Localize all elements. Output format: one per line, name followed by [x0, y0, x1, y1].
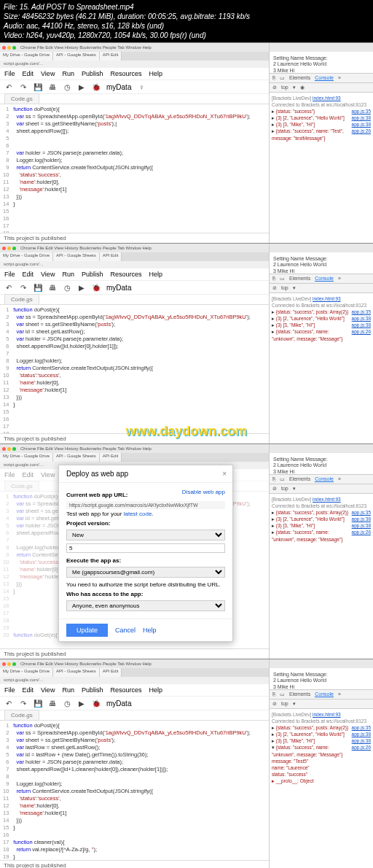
- menu-item[interactable]: View: [41, 70, 55, 77]
- address-bar[interactable]: script.google.com/…: [0, 261, 269, 268]
- close-icon[interactable]: ×: [222, 470, 227, 478]
- clock-icon[interactable]: ◷: [63, 82, 71, 91]
- tab-console[interactable]: Console: [315, 75, 334, 81]
- browser-tab[interactable]: API Edit: [100, 52, 122, 61]
- menu-item[interactable]: Help: [149, 70, 162, 77]
- project-name[interactable]: myData: [106, 83, 131, 91]
- redo-icon[interactable]: ↷: [19, 82, 28, 91]
- devtools-tabs[interactable]: ⎘▭ElementsConsole»: [270, 274, 373, 284]
- address-bar[interactable]: script.google.com/…: [0, 61, 269, 68]
- run-icon[interactable]: ▶: [77, 283, 86, 292]
- menu-item[interactable]: File: [4, 686, 15, 694]
- menu-item[interactable]: Help: [149, 271, 162, 278]
- bug-icon[interactable]: 🐞: [92, 82, 101, 91]
- max-dot[interactable]: [12, 46, 16, 50]
- code-editor[interactable]: 1234567891011121314151617181920function …: [0, 104, 269, 233]
- code-editor[interactable]: 1234567891011121314151617181920function …: [0, 721, 269, 860]
- editor-menu[interactable]: FileEditViewRunPublishResourcesHelp: [0, 684, 269, 697]
- save-icon[interactable]: 💾: [34, 82, 42, 91]
- version-select[interactable]: New: [66, 530, 225, 540]
- video-metadata: File: 15. Add POST to Spreadsheet.mp4 Si…: [0, 0, 373, 42]
- save-icon[interactable]: 💾: [34, 283, 42, 292]
- execute-as-select[interactable]: Me (gappscourses@gmail.com): [66, 567, 225, 578]
- menu-item[interactable]: Run: [62, 686, 74, 694]
- menu-item[interactable]: Edit: [23, 686, 34, 694]
- console-output[interactable]: [Brackets LiveDev] index.html:93 Connect…: [270, 494, 373, 659]
- menu-item[interactable]: View: [41, 471, 55, 478]
- print-icon[interactable]: 🖶: [48, 283, 57, 292]
- menu-item[interactable]: File: [4, 70, 15, 77]
- clock-icon[interactable]: ◷: [63, 283, 71, 292]
- cancel-button[interactable]: Cancel: [115, 627, 136, 634]
- tab-elements[interactable]: Elements: [289, 75, 310, 81]
- menu-item[interactable]: Edit: [23, 70, 34, 77]
- latest-code-link[interactable]: latest code: [124, 511, 152, 517]
- menu-item[interactable]: View: [41, 271, 55, 278]
- mac-menu: Chrome File Edit View History Bookmarks …: [0, 244, 269, 252]
- menu-item[interactable]: Resources: [110, 70, 141, 77]
- filter-icon[interactable]: ⊘: [272, 85, 277, 90]
- run-icon[interactable]: ▶: [77, 82, 86, 91]
- undo-icon[interactable]: ↶: [4, 82, 13, 91]
- webapp-url[interactable]: https://script.google.com/macros/s/AKfyc…: [66, 501, 225, 509]
- inspect-icon[interactable]: ⎘: [272, 75, 275, 81]
- lightbulb-icon[interactable]: ♀: [137, 82, 146, 91]
- file-tabs[interactable]: Code.gs: [0, 295, 269, 305]
- browser-tab[interactable]: API - Google Sheets: [53, 252, 100, 261]
- disable-link[interactable]: Disable web app: [182, 489, 225, 500]
- menu-item[interactable]: File: [4, 271, 15, 278]
- close-dot[interactable]: [2, 46, 6, 50]
- browser-tab[interactable]: API - Google Sheets: [53, 668, 100, 677]
- browser-tab[interactable]: My Drive - Google Drive: [0, 668, 53, 677]
- menu-item[interactable]: Resources: [110, 271, 141, 278]
- access-select[interactable]: Anyone, even anonymous: [66, 600, 225, 611]
- panel-1: Chrome File Edit View History Bookmarks …: [0, 42, 373, 243]
- editor-menu[interactable]: FileEditViewRunPublishResourcesHelp: [0, 68, 269, 80]
- browser-tab[interactable]: API Edit: [100, 668, 122, 677]
- browser-tab[interactable]: API - Google Sheets: [53, 453, 100, 462]
- browser-tab[interactable]: My Drive - Google Drive: [0, 453, 53, 462]
- bug-icon[interactable]: 🐞: [92, 283, 101, 292]
- browser-tabs[interactable]: My Drive - Google DriveAPI - Google Shee…: [0, 52, 269, 61]
- browser-tab[interactable]: API - Google Sheets: [53, 52, 100, 61]
- more-icon[interactable]: »: [338, 75, 341, 81]
- print-icon[interactable]: 🖶: [48, 82, 57, 91]
- menu-item[interactable]: Publish: [82, 70, 103, 77]
- browser-tabs[interactable]: My Drive - Google DriveAPI - Google Shee…: [0, 453, 269, 462]
- browser-tab[interactable]: My Drive - Google Drive: [0, 52, 53, 61]
- menu-item[interactable]: Help: [149, 686, 162, 694]
- redo-icon[interactable]: ↷: [19, 283, 28, 292]
- min-dot[interactable]: [7, 46, 11, 50]
- deploy-modal: Deploy as web app × Current web app URL:…: [58, 465, 233, 642]
- console-output[interactable]: [Brackets LiveDev] index.html:93 Connect…: [270, 709, 373, 868]
- devtools-tabs[interactable]: ⎘ ▭ Elements Console »: [270, 74, 373, 83]
- console-filter[interactable]: ⊘ top ▾◉: [270, 83, 373, 93]
- update-button[interactable]: Update: [66, 624, 108, 637]
- menu-item[interactable]: Publish: [82, 686, 103, 694]
- console-output[interactable]: [Brackets LiveDev] index.html:93 Connect…: [270, 93, 373, 243]
- menu-item[interactable]: Resources: [110, 686, 141, 694]
- device-icon[interactable]: ▭: [280, 75, 285, 81]
- help-button[interactable]: Help: [143, 627, 157, 634]
- browser-tab[interactable]: API Edit: [100, 252, 122, 261]
- console-output[interactable]: [Brackets LiveDev] index.html:93 Connect…: [270, 293, 373, 443]
- browser-tabs[interactable]: My Drive - Google DriveAPI - Google Shee…: [0, 252, 269, 261]
- menu-item[interactable]: Run: [62, 70, 74, 77]
- undo-icon[interactable]: ↶: [4, 283, 13, 292]
- editor-menu[interactable]: FileEditViewRunPublishResourcesHelp: [0, 268, 269, 281]
- right-browser-bar: [270, 43, 373, 52]
- browser-tab[interactable]: API Edit: [100, 453, 122, 462]
- browser-tab[interactable]: My Drive - Google Drive: [0, 252, 53, 261]
- menu-item[interactable]: File: [4, 471, 15, 478]
- browser-tabs[interactable]: My Drive - Google DriveAPI - Google Shee…: [0, 668, 269, 677]
- version-input[interactable]: [66, 543, 225, 553]
- menu-item[interactable]: Run: [62, 271, 74, 278]
- panel-3: Chrome File Edit View History Bookmarks …: [0, 443, 373, 659]
- menu-item[interactable]: Edit: [23, 471, 34, 478]
- menu-item[interactable]: Publish: [82, 271, 103, 278]
- file-tabs[interactable]: Code.gs: [0, 94, 269, 104]
- code-editor[interactable]: 1234567891011121314151617181920function …: [0, 305, 269, 433]
- menu-item[interactable]: View: [41, 686, 55, 694]
- menu-item[interactable]: Edit: [23, 271, 34, 278]
- eye-icon[interactable]: ◉: [300, 85, 305, 90]
